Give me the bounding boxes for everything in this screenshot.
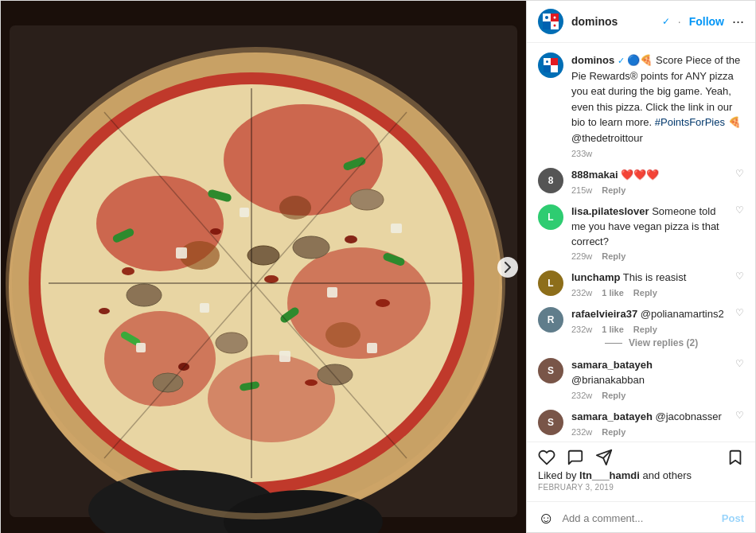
svg-point-8 <box>104 311 216 407</box>
svg-point-37 <box>264 275 279 283</box>
svg-rect-52 <box>543 21 551 29</box>
post-caption: dominos ✓ 🔵🍕 Score Piece of the Pie Rewa… <box>538 53 744 158</box>
comment-content: samara_batayeh @brianakabban 232w Reply <box>571 358 727 400</box>
more-options-button[interactable]: ··· <box>732 14 744 29</box>
comment-button[interactable] <box>567 449 584 466</box>
comment-avatar[interactable]: S <box>538 358 563 383</box>
next-image-button[interactable] <box>497 257 518 278</box>
comment-text: rafaelvieira37 @polianamartins2 <box>571 307 727 322</box>
commenter-username[interactable]: samara_batayeh <box>571 410 653 422</box>
comment-content: samara_batayeh @jacobnasser 232w Reply <box>571 410 727 437</box>
svg-point-13 <box>127 284 162 306</box>
reply-button[interactable]: Reply <box>633 288 657 298</box>
post-header: dominos ✓ · Follow ··· <box>527 1 755 43</box>
post-comment-button[interactable]: Post <box>722 512 744 524</box>
comment-meta: 232w Reply <box>571 391 727 400</box>
emoji-button[interactable]: ☺ <box>538 510 554 526</box>
comment-row: L lisa.pilateslover Someone told me you … <box>538 204 744 262</box>
svg-point-61 <box>546 60 548 63</box>
likes-text: Liked by ltn___hamdi and others <box>538 466 744 483</box>
svg-rect-33 <box>200 303 209 313</box>
reply-button[interactable]: Reply <box>602 427 625 437</box>
svg-point-54 <box>545 16 548 19</box>
svg-point-9 <box>208 355 335 442</box>
follow-button[interactable]: Follow <box>689 15 724 28</box>
svg-rect-29 <box>327 287 337 298</box>
svg-point-39 <box>305 379 318 386</box>
action-icons-row <box>538 449 744 466</box>
like-button[interactable] <box>538 449 555 466</box>
header-username[interactable]: dominos <box>571 15 653 28</box>
like-comment-icon[interactable]: ♡ <box>735 204 744 216</box>
comment-input[interactable] <box>562 512 713 524</box>
like-comment-icon[interactable]: ♡ <box>735 358 744 369</box>
svg-rect-58 <box>551 58 558 65</box>
commenter-username[interactable]: 888makai <box>571 169 618 181</box>
comment-avatar[interactable]: R <box>538 307 563 333</box>
svg-point-36 <box>210 228 221 235</box>
svg-point-14 <box>216 333 247 353</box>
post-container: dominos ✓ · Follow ··· <box>0 0 756 533</box>
comment-meta: 232w 1 like Reply <box>571 288 727 298</box>
caption-text: dominos ✓ 🔵🍕 Score Piece of the Pie Rewa… <box>571 53 744 146</box>
like-comment-icon[interactable]: ♡ <box>735 270 744 282</box>
comment-meta: 215w Reply <box>571 185 727 195</box>
svg-rect-32 <box>367 343 377 353</box>
comment-avatar[interactable]: L <box>538 270 563 296</box>
share-button[interactable] <box>595 449 613 466</box>
svg-rect-59 <box>544 65 551 72</box>
comment-row: 8 888makai ❤️❤️❤️ 215w Reply ♡ <box>538 168 744 195</box>
comment-content: lunchamp This is reasist 232w 1 like Rep… <box>571 270 727 298</box>
comment-avatar[interactable]: 8 <box>538 168 563 193</box>
comment-text: lunchamp This is reasist <box>571 270 727 286</box>
comment-time: 232w <box>571 325 592 334</box>
info-panel: dominos ✓ · Follow ··· <box>526 1 755 533</box>
reply-button[interactable]: Reply <box>602 185 625 195</box>
comment-likes: 1 like <box>602 288 624 298</box>
bookmark-button[interactable] <box>727 449 744 466</box>
comment-time: 229w <box>571 251 592 261</box>
comment-time: 215w <box>571 185 592 195</box>
svg-point-35 <box>122 267 134 275</box>
commenter-username[interactable]: samara_batayeh <box>571 359 653 371</box>
commenter-username[interactable]: lisa.pilateslover <box>571 205 649 217</box>
comment-row: R rafaelvieira37 @polianamartins2 232w 1… <box>538 307 744 348</box>
comment-likes: 1 like <box>602 325 624 334</box>
comment-meta: 232w Reply <box>571 427 727 437</box>
comments-area: dominos ✓ 🔵🍕 Score Piece of the Pie Rewa… <box>527 43 755 442</box>
comment-row: S samara_batayeh @jacobnasser 232w Reply… <box>538 410 744 437</box>
svg-point-7 <box>287 247 431 359</box>
svg-point-16 <box>350 189 384 210</box>
comment-content: lisa.pilateslover Someone told me you ha… <box>571 204 727 262</box>
add-comment-bar: ☺ Post <box>527 501 755 533</box>
like-comment-icon[interactable]: ♡ <box>735 168 744 179</box>
like-comment-icon[interactable]: ♡ <box>735 307 744 318</box>
comment-time: 232w <box>571 288 592 298</box>
likes-user[interactable]: ltn___hamdi <box>579 469 640 481</box>
reply-button[interactable]: Reply <box>633 325 657 334</box>
comment-row: L lunchamp This is reasist 232w 1 like R… <box>538 270 744 298</box>
comment-meta: 232w 1 like Reply <box>571 325 727 334</box>
commenter-username[interactable]: rafaelvieira37 <box>571 308 637 320</box>
comment-avatar[interactable]: L <box>538 204 563 230</box>
caption-username[interactable]: dominos <box>571 54 614 66</box>
profile-avatar[interactable] <box>538 9 563 34</box>
svg-rect-27 <box>176 247 187 259</box>
reply-button[interactable]: Reply <box>602 251 625 261</box>
likes-others[interactable]: others <box>663 469 692 481</box>
actions-bar: Liked by ltn___hamdi and others FEBRUARY… <box>527 442 755 501</box>
comment-avatar[interactable]: S <box>538 410 563 435</box>
caption-avatar[interactable] <box>538 53 563 78</box>
hashtag[interactable]: #PointsForPies <box>655 116 725 128</box>
like-comment-icon[interactable]: ♡ <box>735 410 744 421</box>
comment-content: rafaelvieira37 @polianamartins2 232w 1 l… <box>571 307 727 348</box>
svg-point-11 <box>279 196 311 220</box>
verified-icon: ✓ <box>662 16 670 27</box>
reply-button[interactable]: Reply <box>602 391 625 400</box>
svg-rect-30 <box>279 351 290 362</box>
commenter-username[interactable]: lunchamp <box>571 271 620 283</box>
svg-rect-31 <box>136 343 146 352</box>
svg-point-55 <box>554 17 556 19</box>
comment-time: 232w <box>571 427 592 437</box>
view-replies[interactable]: View replies (2) <box>605 337 727 348</box>
